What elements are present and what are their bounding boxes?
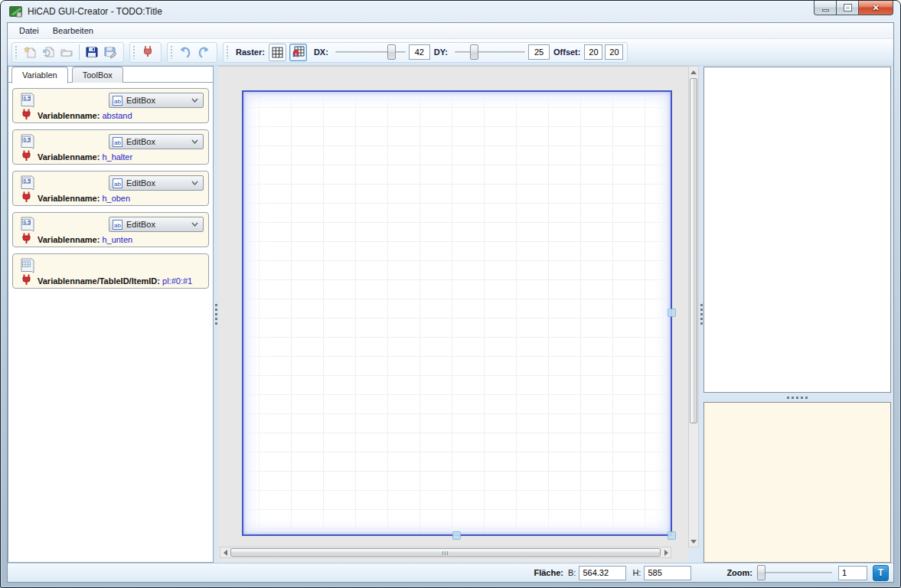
variable-card[interactable]: 0.5 ab EditBox: [12, 212, 209, 247]
dx-slider[interactable]: [335, 44, 406, 60]
app-window: HiCAD GUI-Creator - TODO:Title ✕ Datei B…: [0, 0, 901, 588]
toolbar-grip[interactable]: [132, 46, 135, 59]
panel-tabbar: Variablen ToolBox: [8, 67, 213, 83]
offset-y-input[interactable]: [605, 44, 623, 60]
offset-x-input[interactable]: [584, 44, 602, 60]
chevron-down-icon: [191, 222, 198, 227]
table-variable-card[interactable]: Variablenname/TableID/ItemID: pl:#0:#1: [12, 253, 209, 289]
dy-slider[interactable]: [455, 44, 525, 60]
control-type-dropdown[interactable]: ab EditBox: [109, 175, 204, 191]
grid-toggle-button[interactable]: [269, 44, 286, 61]
maximize-icon: [844, 5, 851, 11]
scroll-down-arrow[interactable]: [689, 536, 698, 547]
raster-label: Raster:: [236, 47, 265, 57]
dy-slider-thumb[interactable]: [470, 44, 478, 60]
control-type-value: EditBox: [126, 220, 191, 229]
zoom-slider[interactable]: [757, 565, 834, 580]
undo-button[interactable]: [176, 43, 194, 61]
svg-text:0.5: 0.5: [24, 137, 31, 142]
resize-handle-bottom[interactable]: [452, 531, 461, 540]
zoom-slider-thumb[interactable]: [757, 565, 766, 580]
resize-handle-corner[interactable]: [668, 531, 676, 540]
numeric-doc-icon: 0.5: [20, 175, 35, 191]
table-variable-label: Variablenname/TableID/ItemID:: [38, 276, 160, 286]
toolbar-separator: [79, 44, 80, 60]
menu-bar: Datei Bearbeiten: [8, 23, 893, 39]
scroll-up-arrow[interactable]: [689, 67, 698, 77]
zoom-label: Zoom:: [726, 568, 752, 577]
tab-toolbox[interactable]: ToolBox: [72, 67, 123, 83]
variable-name-label: Variablenname:: [38, 111, 100, 120]
text-tool-button[interactable]: T: [873, 565, 889, 581]
preview-splitter[interactable]: [703, 393, 891, 402]
save-button[interactable]: [83, 43, 101, 61]
dy-input[interactable]: [528, 44, 550, 60]
zoom-value-input[interactable]: [838, 566, 867, 580]
close-button[interactable]: ✕: [859, 1, 893, 15]
toolbar-grip[interactable]: [170, 46, 173, 59]
canvas-horizontal-scrollbar[interactable]: [220, 547, 671, 558]
variable-name-value: h_unten: [102, 235, 132, 244]
control-type-dropdown[interactable]: ab EditBox: [109, 217, 204, 232]
save-as-button[interactable]: [101, 43, 119, 61]
editbox-ab-icon: ab: [113, 96, 122, 106]
title-bar[interactable]: HiCAD GUI-Creator - TODO:Title ✕: [1, 1, 900, 22]
svg-text:0.5: 0.5: [24, 220, 31, 225]
toolbar-group-raster: Raster: DX:: [223, 42, 628, 63]
variable-card[interactable]: 0.5 ab EditBox: [12, 129, 209, 165]
variable-card[interactable]: 0.5 ab EditBox: [12, 88, 209, 123]
dx-input[interactable]: [409, 44, 430, 60]
svg-text:ab: ab: [114, 180, 121, 187]
open-file-button[interactable]: [57, 43, 76, 61]
reload-file-icon: [41, 45, 55, 59]
new-file-button[interactable]: [21, 43, 39, 61]
toolbar-grip[interactable]: [226, 46, 229, 59]
area-width-input[interactable]: [579, 566, 626, 580]
grid-snap-toggle-button[interactable]: [289, 44, 307, 61]
connect-variable-button[interactable]: [139, 43, 157, 61]
control-type-dropdown[interactable]: ab EditBox: [109, 93, 204, 108]
menu-datei[interactable]: Datei: [12, 24, 46, 38]
horizontal-scroll-thumb[interactable]: [230, 548, 661, 557]
splitter-grip-dots: [700, 303, 703, 326]
variables-panel: Variablen ToolBox 0.5 ab: [8, 66, 214, 563]
plug-icon: [142, 45, 154, 59]
height-label: H:: [632, 568, 641, 577]
svg-text:0.5: 0.5: [24, 96, 31, 101]
grid-icon: [272, 47, 283, 58]
plug-icon: [21, 274, 31, 287]
offset-label: Offset:: [553, 47, 580, 57]
preview-panel-bottom[interactable]: [703, 402, 891, 563]
variable-card[interactable]: 0.5 ab EditBox: [12, 171, 209, 206]
control-type-dropdown[interactable]: ab EditBox: [109, 134, 204, 149]
design-canvas[interactable]: [218, 66, 688, 563]
save-as-icon: [103, 45, 117, 59]
dx-slider-thumb[interactable]: [387, 44, 396, 60]
minimize-button[interactable]: [814, 1, 837, 15]
resize-handle-right[interactable]: [668, 309, 676, 317]
dx-label: DX:: [314, 47, 328, 57]
redo-button[interactable]: [194, 43, 213, 61]
toolbar-grip[interactable]: [15, 46, 18, 59]
chevron-down-icon: [191, 181, 198, 185]
reload-file-button[interactable]: [39, 43, 57, 61]
preview-panel-top[interactable]: [703, 67, 891, 393]
scroll-right-arrow[interactable]: [661, 547, 671, 557]
minimize-icon: [822, 9, 829, 11]
open-folder-icon: [60, 45, 73, 59]
tab-variablen[interactable]: Variablen: [11, 67, 68, 83]
chevron-down-icon: [191, 98, 198, 103]
dy-slider-track: [455, 51, 525, 53]
maximize-button[interactable]: [837, 1, 859, 15]
redo-icon: [196, 45, 211, 59]
menu-bearbeiten[interactable]: Bearbeiten: [46, 24, 100, 38]
form-design-surface[interactable]: [242, 90, 672, 536]
vertical-scroll-thumb[interactable]: [690, 78, 697, 423]
control-type-value: EditBox: [126, 96, 191, 105]
scroll-left-arrow[interactable]: [220, 547, 230, 557]
toolbar-group-file: [11, 42, 124, 63]
area-height-input[interactable]: [644, 566, 691, 580]
canvas-vertical-scrollbar[interactable]: [688, 66, 699, 547]
toolbar-group-connect: [129, 42, 162, 63]
variable-name-label: Variablenname:: [38, 235, 100, 244]
